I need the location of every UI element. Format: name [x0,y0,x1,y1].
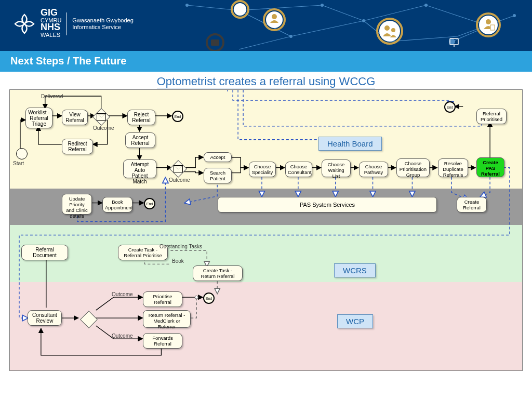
connectors-layer [10,90,522,370]
svg-point-33 [479,16,498,34]
end-event-top: End [444,101,456,113]
node-referral-document: Referral Document [21,245,68,260]
nhs-wales-logo: GIG CYMRU NHS WALES Gwasanaeth Gwybodeg … [14,9,134,38]
label-book: Book [172,258,184,264]
label-delivered: Delivered [41,94,63,99]
slide-titlebar: Next Steps / The Future [0,51,532,72]
node-create-referral: Create Referral [457,197,487,212]
node-view-referral: View Referral [62,110,88,125]
node-pas-services: PAS System Services [218,197,437,212]
node-consultant-review: Consultant Review [28,310,62,326]
svg-point-16 [424,4,428,7]
svg-point-12 [185,4,189,7]
svg-point-29 [391,28,395,32]
label-outcome-2: Outcome [169,177,190,183]
logo-text-left: GIG CYMRU NHS WALES [41,9,61,38]
node-prioritise-referral: Prioritise Referral [143,291,182,307]
gateway-outcome-1 [92,108,110,126]
svg-line-2 [239,5,322,10]
service-cy: Gwasanaeth Gwybodeg [72,17,133,23]
node-create-pas-referral: Create PAS Referral [476,157,504,177]
node-choose-waiting-list: Choose Waiting List [322,159,351,177]
svg-point-20 [234,3,246,16]
node-worklist: Worklist - Referral Triage [25,108,52,128]
label-outcome-4: Outcome [112,333,133,339]
svg-line-5 [364,5,426,21]
node-choose-consultant: Choose Consultant [285,162,312,177]
svg-point-17 [513,14,516,17]
node-forwards-referral: Forwards Referral [143,333,182,349]
end-event-2: End [144,198,155,209]
node-resolve-duplicate: Resolve Duplicate Referrals [438,158,468,177]
badge-wcp: WCP [337,314,373,328]
svg-line-11 [239,36,291,49]
end-label-top: End [447,105,453,109]
end-label-3: End [206,297,212,300]
node-book-appointment: Book Appointment [102,197,132,212]
node-choose-pathway: Choose Pathway [359,162,388,177]
svg-point-27 [379,21,400,42]
node-reject-referral: Reject Referral [127,110,155,125]
logo-wales: WALES [41,32,60,38]
end-label-1: End [175,115,181,118]
svg-point-34 [486,19,491,24]
node-update-priority: Update Priority and Clinic details [62,194,92,215]
node-accept: Accept [204,152,232,162]
logo-mark-icon [14,13,35,35]
swimlane-container: Delivered Start Worklist - Referral Tria… [9,89,523,371]
svg-point-15 [362,19,365,22]
end-event-3: End [203,292,215,304]
node-search-patient: Search Patient [204,168,232,183]
svg-rect-22 [211,39,219,46]
logo-gig: GIG [41,7,58,18]
gateway-outcome-2 [169,160,187,178]
svg-point-13 [321,4,324,7]
svg-point-37 [195,296,198,299]
node-task-return: Create Task - Return Referral [193,265,243,281]
node-choose-speciality: Choose Speciality [249,162,276,177]
diagram-title: Optometrist creates a referral using WCC… [157,75,376,88]
logo-nhs: NHS [41,22,60,32]
svg-point-14 [289,35,292,38]
svg-line-3 [291,21,364,36]
svg-point-28 [384,25,390,31]
start-event [16,148,28,159]
label-outcome-1: Outcome [93,125,114,131]
end-label-2: End [147,202,153,206]
header-banner: GIG CYMRU NHS WALES Gwasanaeth Gwybodeg … [0,0,532,51]
svg-line-10 [322,5,364,21]
label-outstanding-tasks: Outstanding Tasks [159,244,202,249]
svg-point-25 [272,14,277,19]
node-return-referral: Return Referral - MedClerk or Referrer [143,310,191,328]
svg-point-24 [266,11,283,28]
slide-title: Next Steps / The Future [10,55,126,66]
badge-wcrs: WCRS [334,263,376,277]
diagram-title-row: Optometrist creates a referral using WCC… [0,72,532,89]
svg-rect-35 [490,25,495,30]
end-event-1: End [172,111,183,122]
label-start: Start [13,161,24,166]
node-choose-prioritisation-group: Choose Prioritisation Group [396,158,430,177]
svg-line-7 [426,5,488,26]
label-outcome-3: Outcome [112,291,133,297]
node-attempt-match: Attempt Auto Patient Match [123,159,156,178]
service-en: Informatics Service [72,24,121,30]
node-referral-prioritised: Referral Prioritised [476,109,507,124]
node-accept-referral: Accept Referral [125,132,155,148]
slide-page: GIG CYMRU NHS WALES Gwasanaeth Gwybodeg … [0,0,532,399]
node-redirect-referral: Redirect Referral [62,139,93,154]
logo-text-right: Gwasanaeth Gwybodeg Informatics Service [72,17,133,31]
badge-health-board: Health Board [318,137,382,151]
logo-divider [66,12,67,35]
